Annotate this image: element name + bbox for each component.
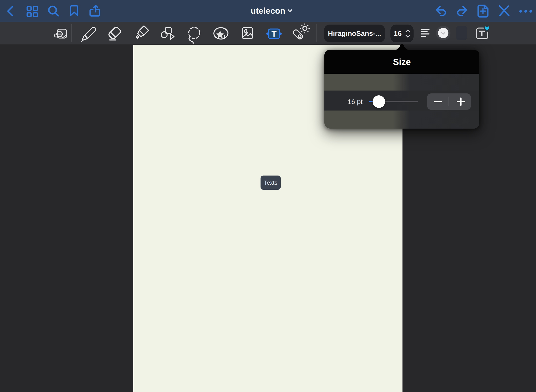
svg-text:utelecon: utelecon: [251, 6, 285, 15]
svg-text:T: T: [271, 29, 276, 38]
svg-text:16: 16: [394, 29, 402, 37]
